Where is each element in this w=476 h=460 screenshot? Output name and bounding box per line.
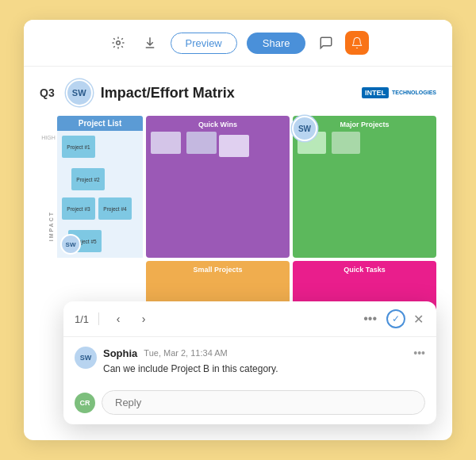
preview-button[interactable]: Preview (171, 33, 237, 54)
list-item: Project #4 (98, 197, 132, 220)
nav-next-button[interactable]: › (134, 309, 153, 328)
nav-separator (98, 312, 99, 325)
intel-box: INTEL (362, 87, 389, 98)
comment-message: Can we include Project B in this categor… (103, 362, 425, 376)
comment-popup: 1/1 ‹ › ••• ✓ ✕ SW Sophia Tue, Mar 2, 11… (63, 301, 436, 424)
reply-row: CR (63, 384, 436, 424)
download-icon[interactable] (139, 32, 161, 54)
resolve-button[interactable]: ✓ (386, 309, 405, 328)
nav-prev-button[interactable]: ‹ (109, 309, 128, 328)
project-list-column: Project List SW Project #1 Project #2 Pr… (57, 116, 143, 258)
matrix-header: Q3 SW Impact/Effort Matrix INTEL TECHNOL… (40, 79, 436, 106)
list-item: Project #3 (62, 197, 95, 220)
matrix-area: Q3 SW Impact/Effort Matrix INTEL TECHNOL… (24, 67, 452, 316)
chat-icon[interactable] (315, 32, 337, 54)
list-item: Project #1 (62, 136, 95, 158)
notification-icon[interactable] (345, 31, 369, 55)
comment-author-avatar: SW (75, 347, 97, 369)
comment-meta: Sophia Tue, Mar 2, 11:34 AM ••• (103, 347, 425, 359)
note (151, 132, 181, 154)
avatar-floating-top: SW (292, 116, 317, 141)
list-item: Project #2 (71, 168, 105, 190)
more-options-button[interactable]: ••• (360, 310, 380, 328)
project-list-header: Project List (57, 116, 143, 131)
note (219, 135, 249, 157)
share-button[interactable]: Share (247, 33, 306, 54)
major-projects-label: Major Projects (298, 121, 432, 128)
comment-row: SW Sophia Tue, Mar 2, 11:34 AM ••• Can w… (75, 347, 425, 376)
toolbar: Preview Share (24, 20, 452, 67)
small-projects-label: Small Projects (151, 266, 285, 274)
comment-body: SW Sophia Tue, Mar 2, 11:34 AM ••• Can w… (63, 337, 436, 384)
project-list-body: SW Project #1 Project #2 Project #3 Proj… (57, 131, 143, 258)
avatar-floating-project: SW (60, 234, 81, 255)
note (332, 132, 360, 154)
intel-text-stack: TECHNOLOGIES (392, 90, 436, 96)
matrix-title: Impact/Effort Matrix (101, 85, 354, 102)
quick-wins-quadrant: Quick Wins (146, 116, 290, 258)
comment-author: Sophia (103, 347, 137, 359)
avatar-sw-header: SW (66, 79, 93, 106)
comment-more-button[interactable]: ••• (413, 347, 425, 359)
close-button[interactable]: ✕ (412, 310, 425, 328)
quick-wins-label: Quick Wins (151, 121, 285, 128)
note (186, 132, 217, 154)
comment-timestamp: Tue, Mar 2, 11:34 AM (144, 348, 227, 358)
comment-popup-header: 1/1 ‹ › ••• ✓ ✕ (63, 301, 436, 337)
comment-content: Sophia Tue, Mar 2, 11:34 AM ••• Can we i… (103, 347, 425, 376)
q3-label: Q3 (40, 86, 55, 99)
impact-axis-label: IMPACT (43, 211, 54, 249)
svg-point-0 (116, 41, 120, 45)
main-card: Preview Share Q3 SW (24, 20, 452, 440)
reply-input[interactable] (102, 390, 425, 415)
reply-avatar: CR (75, 393, 95, 413)
high-label: HIGH (41, 135, 56, 140)
comment-nav-text: 1/1 (75, 313, 89, 325)
intel-logo: INTEL TECHNOLOGIES (362, 87, 436, 98)
quick-tasks-label: Quick Tasks (298, 266, 432, 274)
gear-icon[interactable] (107, 32, 129, 54)
